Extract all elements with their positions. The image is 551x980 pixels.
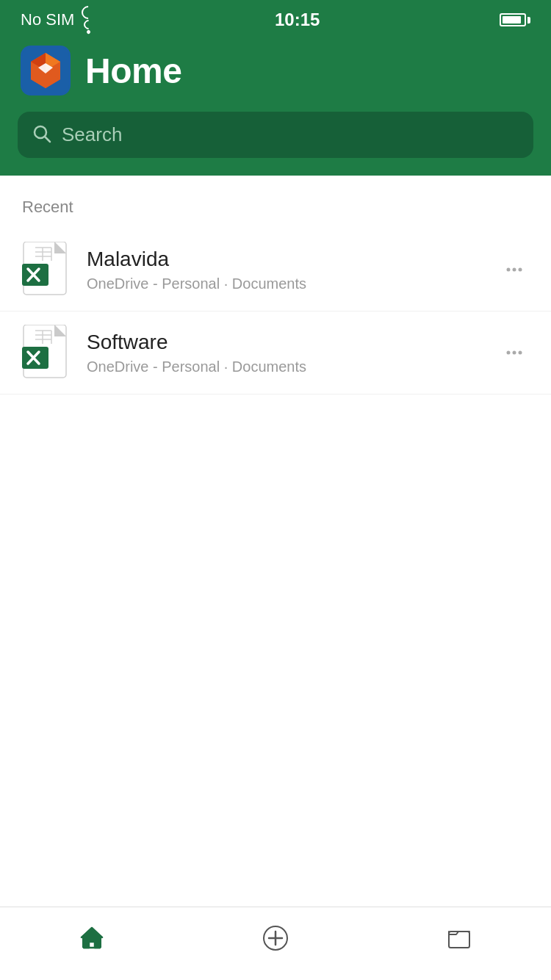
status-right <box>500 13 530 26</box>
search-bar-wrapper: Search <box>0 112 551 176</box>
file-path: OneDrive - Personal · Documents <box>87 275 483 292</box>
svg-point-30 <box>513 351 516 355</box>
files-icon <box>443 922 475 954</box>
page-title: Home <box>85 51 181 91</box>
nav-files-button[interactable] <box>367 907 551 968</box>
svg-point-31 <box>519 351 522 355</box>
svg-line-7 <box>45 137 50 142</box>
search-bar[interactable]: Search <box>18 112 533 158</box>
app-logo <box>21 46 71 96</box>
file-more-button[interactable] <box>498 253 530 286</box>
home-icon <box>76 922 108 954</box>
file-more-button[interactable] <box>498 336 530 369</box>
svg-rect-9 <box>22 264 48 286</box>
file-info: Software OneDrive - Personal · Documents <box>87 331 483 375</box>
logo-svg <box>22 47 69 94</box>
nav-new-button[interactable] <box>184 907 367 968</box>
svg-point-19 <box>519 268 522 272</box>
app-header: Home <box>0 38 551 112</box>
file-info: Malavida OneDrive - Personal · Documents <box>87 248 483 292</box>
excel-file-icon <box>21 242 72 298</box>
search-icon <box>32 124 51 146</box>
list-item[interactable]: Malavida OneDrive - Personal · Documents <box>0 228 551 311</box>
search-placeholder: Search <box>62 123 122 146</box>
file-list: Malavida OneDrive - Personal · Documents <box>0 228 551 394</box>
svg-point-29 <box>507 351 511 355</box>
wifi-icon <box>82 6 95 34</box>
excel-file-icon <box>21 325 72 381</box>
file-name: Malavida <box>87 248 483 271</box>
main-content: Recent <box>0 176 551 907</box>
file-path: OneDrive - Personal · Documents <box>87 359 483 375</box>
svg-point-17 <box>507 268 511 272</box>
battery-icon <box>500 13 530 26</box>
file-name: Software <box>87 331 483 354</box>
svg-point-18 <box>513 268 516 272</box>
carrier-label: No SIM <box>21 10 74 29</box>
recent-section-label: Recent <box>0 198 551 228</box>
list-item[interactable]: Software OneDrive - Personal · Documents <box>0 311 551 394</box>
bottom-nav <box>0 907 551 980</box>
status-left: No SIM <box>21 6 95 34</box>
new-icon <box>259 922 292 954</box>
status-bar: No SIM 10:15 <box>0 0 551 38</box>
svg-rect-21 <box>22 347 48 369</box>
nav-home-button[interactable] <box>0 907 184 968</box>
time-label: 10:15 <box>275 10 320 30</box>
